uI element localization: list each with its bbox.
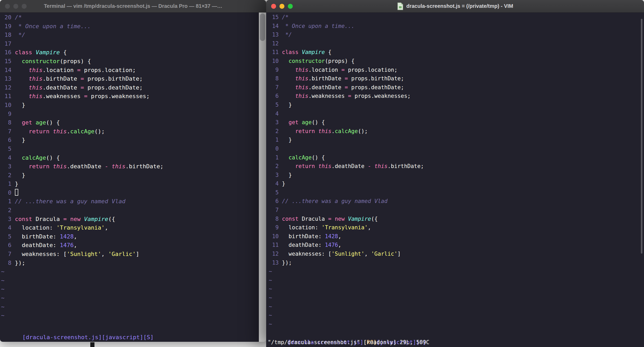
close-button[interactable] [271, 4, 276, 9]
code-line[interactable]: 6 } [1, 136, 259, 145]
code-text: const Dracula = new Vampire({ [282, 216, 378, 222]
code-line[interactable]: 3const Dracula = new Vampire({ [1, 215, 259, 224]
scrollbar-thumb[interactable] [641, 19, 642, 254]
code-text: /* [15, 14, 22, 21]
vim-buffer-left[interactable]: 20/*19 * Once upon a time...18 */1716cla… [0, 13, 259, 342]
line-number: 13 [1, 74, 11, 83]
scrollbar[interactable] [259, 13, 266, 342]
code-line[interactable]: 0 [269, 145, 644, 153]
zoom-button[interactable] [22, 4, 27, 9]
line-number: 13 [269, 31, 279, 39]
empty-line-tilde: ~ [1, 302, 259, 311]
minimize-button[interactable] [279, 4, 284, 9]
code-line[interactable]: 6 deathDate: 1476, [1, 241, 259, 250]
code-line[interactable]: 7 [269, 206, 644, 215]
code-line[interactable]: 4} [269, 180, 644, 188]
line-number: 2 [1, 206, 11, 215]
vim-buffer-right[interactable]: 15/*14 * Once upon a time...13 */1211cla… [266, 13, 644, 347]
code-line[interactable]: 8 get age() { [1, 118, 259, 127]
line-number: 19 [1, 22, 11, 31]
code-line[interactable]: 8 this.birthDate = props.birthDate; [269, 74, 644, 83]
code-line[interactable]: 12 [269, 39, 644, 48]
code-line[interactable]: 10 birthDate: 1428, [269, 232, 644, 241]
code-line[interactable]: 13 */ [269, 31, 644, 39]
code-line[interactable]: 12 weaknesses: ['Sunlight', 'Garlic'] [269, 250, 644, 259]
code-line[interactable]: 3 return this.deathDate - this.birthDate… [1, 162, 259, 171]
code-line[interactable]: 20/* [1, 13, 259, 22]
vim-cursor [15, 189, 18, 196]
line-number: 1 [1, 180, 11, 188]
code-line[interactable]: 10 constructor(props) { [269, 57, 644, 66]
line-number: 14 [1, 66, 11, 75]
code-line[interactable]: 7 weaknesses: ['Sunlight', 'Garlic'] [1, 250, 259, 259]
code-line[interactable]: 6 this.weaknesses = props.weaknesses; [269, 92, 644, 101]
line-number: 15 [1, 57, 11, 66]
code-text: } [282, 137, 292, 143]
code-line[interactable]: 14 this.location = props.location; [1, 66, 259, 75]
code-line[interactable]: 2 return this.calcAge(); [269, 127, 644, 136]
empty-line-tilde: ~ [269, 276, 644, 285]
code-line[interactable]: 7 return this.calcAge(); [1, 127, 259, 136]
code-line[interactable]: 16class Vampire { [1, 48, 259, 57]
code-line[interactable]: 1// ...there was a guy named Vlad [1, 197, 259, 206]
code-line[interactable]: 18 */ [1, 31, 259, 39]
code-line[interactable]: 13}); [269, 259, 644, 267]
vim-statusline: [dracula-screenshot.js][javascript][S] [… [0, 324, 259, 333]
code-line[interactable]: 0 [1, 188, 259, 197]
macvim-titlebar[interactable]: dracula-screenshot.js = (/private/tmp) -… [266, 0, 644, 13]
code-line[interactable]: 15/* [269, 13, 644, 22]
code-line[interactable]: 9 [1, 110, 259, 118]
code-line[interactable]: 5 [269, 188, 644, 197]
line-number: 1 [269, 153, 279, 162]
code-line[interactable]: 11 deathDate: 1476, [269, 241, 644, 250]
code-line[interactable]: 3 } [269, 171, 644, 180]
code-line[interactable]: 7 this.deathDate = props.deathDate; [269, 83, 644, 92]
code-line[interactable]: 13 this.birthDate = props.birthDate; [1, 74, 259, 83]
code-line[interactable]: 2 } [1, 171, 259, 180]
code-line[interactable]: 6// ...there was a guy named Vlad [269, 197, 644, 206]
code-line[interactable]: 12 this.deathDate = props.deathDate; [1, 83, 259, 92]
code-line[interactable]: 17 [1, 39, 259, 48]
code-line[interactable]: 2 [1, 206, 259, 215]
code-line[interactable]: 8const Dracula = new Vampire({ [269, 215, 644, 224]
code-line[interactable]: 1} [1, 180, 259, 188]
terminal-titlebar[interactable]: Terminal — vim /tmp/dracula-screenshot.j… [0, 0, 266, 13]
code-line[interactable]: 9 location: 'Transylvania', [269, 223, 644, 232]
code-line[interactable]: 5 } [269, 101, 644, 110]
code-line[interactable]: 1 } [269, 136, 644, 145]
minimize-button[interactable] [13, 4, 18, 9]
code-line[interactable]: 4 [269, 110, 644, 118]
code-line[interactable]: 3 get age() { [269, 118, 644, 127]
code-text: weaknesses: ['Sunlight', 'Garlic'] [282, 251, 401, 257]
close-button[interactable] [5, 4, 10, 9]
code-line[interactable]: 5 [1, 145, 259, 153]
code-line[interactable]: 19 * Once upon a time... [1, 22, 259, 31]
line-number: 18 [1, 31, 11, 39]
code-text: calcAge() { [282, 154, 325, 161]
code-text: } [15, 137, 25, 143]
code-line[interactable]: 11 this.weaknesses = props.weaknesses; [1, 92, 259, 101]
code-line[interactable]: 1 calcAge() { [269, 153, 644, 162]
scrollbar-thumb[interactable] [260, 13, 265, 41]
code-line[interactable]: 2 return this.deathDate - this.birthDate… [269, 162, 644, 171]
line-number: 0 [269, 145, 279, 153]
empty-line-tilde: ~ [269, 302, 644, 311]
code-line[interactable]: 10 } [1, 101, 259, 110]
code-line[interactable]: 11class Vampire { [269, 48, 644, 57]
code-text: // ...there was a guy named Vlad [282, 198, 388, 204]
background-window-fragment [90, 342, 94, 347]
code-line[interactable]: 5 birthDate: 1428, [1, 232, 259, 241]
line-number: 6 [1, 241, 11, 250]
code-line[interactable]: 4 location: 'Transylvania', [1, 223, 259, 232]
code-line[interactable]: 4 calcAge() { [1, 153, 259, 162]
code-text: location: 'Transylvania', [282, 224, 371, 231]
code-text: constructor(props) { [15, 58, 91, 64]
line-number: 4 [269, 110, 279, 118]
line-number: 7 [269, 206, 279, 215]
code-text: class Vampire { [15, 49, 67, 56]
code-line[interactable]: 8}); [1, 259, 259, 267]
code-line[interactable]: 14 * Once upon a time... [269, 22, 644, 31]
zoom-button[interactable] [288, 4, 293, 9]
code-line[interactable]: 15 constructor(props) { [1, 57, 259, 66]
code-line[interactable]: 9 this.location = props.location; [269, 66, 644, 75]
